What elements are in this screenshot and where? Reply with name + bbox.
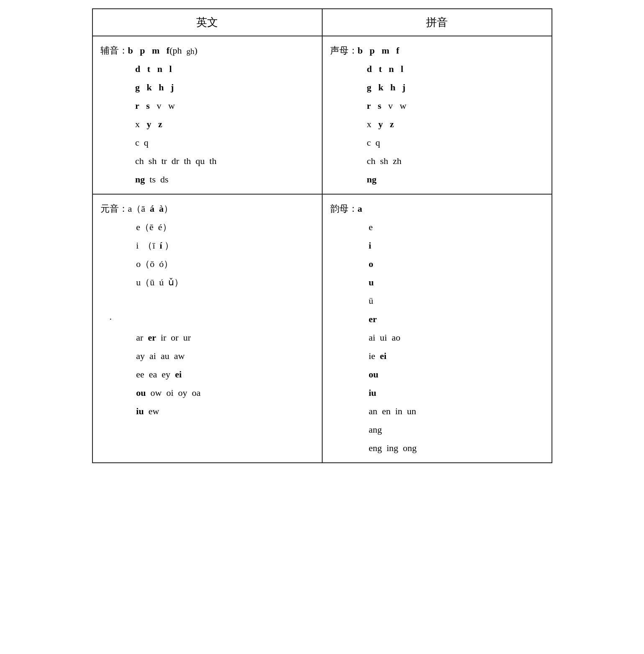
- vowels-pinyin-row3: i: [369, 240, 371, 251]
- consonants-pinyin-row3: g k h j: [367, 82, 405, 92]
- vowels-pinyin-row5: u: [369, 277, 374, 287]
- consonants-english-row4: r s v w: [135, 100, 175, 111]
- vowels-english-row8: ay ai au aw: [136, 351, 185, 361]
- consonants-pinyin-row8: ng: [367, 174, 377, 185]
- vowels-english-row4: o（ō ó）: [136, 259, 173, 269]
- vowels-english-row7: ar er ir or ur: [136, 332, 191, 343]
- consonants-english-row2: d t n l: [135, 64, 172, 74]
- vowels-pinyin-row12: an en in un: [369, 406, 416, 416]
- vowels-english-row11: iu ew: [136, 406, 159, 416]
- vowels-pinyin-row2: e: [369, 222, 373, 232]
- vowels-pinyin-row10: ou: [369, 369, 378, 380]
- vowels-english-row2: e（ē é）: [136, 222, 171, 232]
- vowels-english-cell: 元音：a（ā á à） e（ē é） i （ī í ） o（ō ó） u（ū ú…: [92, 194, 322, 463]
- vowels-pinyin-row7: er: [369, 314, 377, 324]
- consonants-english-row6: c q: [135, 137, 149, 148]
- consonants-pinyin-cell: 声母：b p m f d t n l g k h j r s v w x y z…: [322, 36, 552, 194]
- vowels-pinyin-row13: ang: [369, 424, 382, 435]
- vowels-english-label: 元音：a（ā á à）: [100, 203, 173, 214]
- vowels-pinyin-row4: o: [369, 259, 373, 269]
- vowels-english-row3: i （ī í ）: [136, 240, 174, 251]
- consonants-pinyin-label: 声母：b p m f: [330, 45, 400, 56]
- vowels-english-row9: ee ea ey ei: [136, 369, 182, 380]
- consonants-english-row7: ch sh tr dr th qu th: [135, 156, 216, 166]
- consonants-pinyin-row6: c q: [367, 137, 380, 148]
- consonants-english-cell: 辅音：b p m f(ph gh) d t n l g k h j r s v …: [92, 36, 322, 194]
- header-pinyin: 拼音: [322, 9, 552, 36]
- consonants-pinyin-row7: ch sh zh: [367, 156, 402, 166]
- vowels-pinyin-row6: ü: [369, 295, 373, 306]
- vowels-pinyin-label: 韵母：a: [330, 203, 362, 214]
- header-english: 英文: [92, 9, 322, 36]
- vowels-english-dot: ·: [110, 314, 112, 324]
- consonants-english-row5: x y z: [135, 119, 162, 129]
- consonants-pinyin-row5: x y z: [367, 119, 394, 129]
- consonants-pinyin-row2: d t n l: [367, 64, 403, 74]
- consonants-english-row3: g k h j: [135, 82, 174, 92]
- vowels-pinyin-row8: ai ui ao: [369, 332, 400, 343]
- consonants-pinyin-row4: r s v w: [367, 100, 407, 111]
- consonants-english-row8: ng ts ds: [135, 174, 169, 185]
- vowels-pinyin-row14: eng ing ong: [369, 443, 417, 453]
- vowels-english-row5: u（ū ú ǔ）: [136, 277, 183, 287]
- vowels-pinyin-row9: ie ei: [369, 351, 387, 361]
- comparison-table: 英文 拼音 辅音：b p m f(ph gh) d t n l g k h j …: [92, 8, 552, 463]
- vowels-pinyin-cell: 韵母：a e i o u ü er ai ui ao ie ei ou iu a…: [322, 194, 552, 463]
- consonants-english-label: 辅音：b p m f(ph gh): [100, 45, 198, 56]
- vowels-english-row10: ou ow oi oy oa: [136, 387, 200, 398]
- vowels-pinyin-row11: iu: [369, 387, 376, 398]
